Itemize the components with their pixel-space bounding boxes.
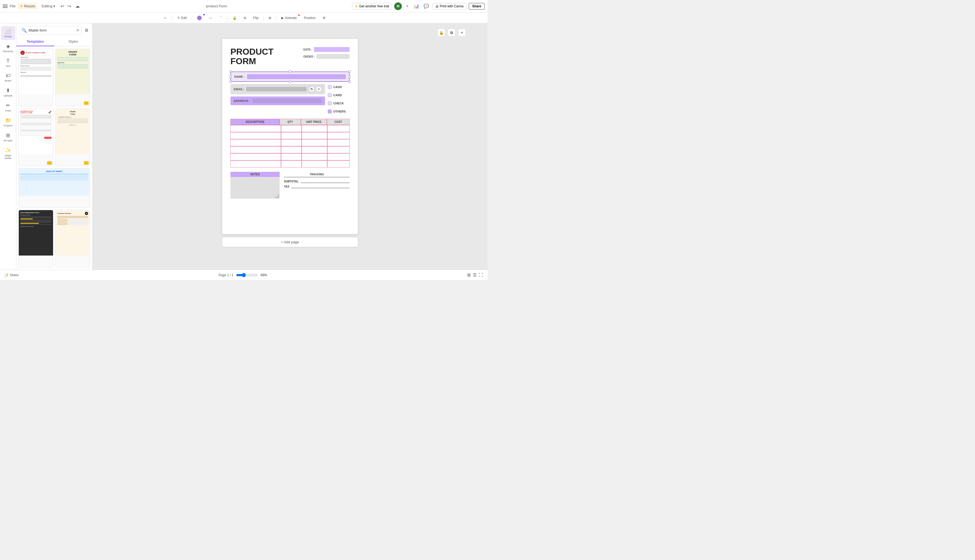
td-qty-6[interactable]	[281, 160, 302, 167]
td-price-5[interactable]	[302, 153, 327, 160]
comments-icon[interactable]: 💬	[422, 2, 430, 10]
td-price-3[interactable]	[302, 139, 327, 146]
fullscreen-button[interactable]: ⛶	[479, 273, 483, 278]
card-checkbox[interactable]	[328, 93, 332, 97]
add-canvas-icon[interactable]: ＋	[458, 29, 466, 37]
curve-button[interactable]: ⌒	[217, 15, 225, 21]
sidebar-item-draw[interactable]: ✏ Draw	[1, 100, 15, 114]
template-order-form2[interactable]: OrderFORM — AMOUNT DETAILS — JOHN & CO. …	[55, 108, 90, 166]
date-fill[interactable]	[314, 47, 350, 52]
zoom-slider[interactable]	[236, 273, 258, 277]
notes-button[interactable]: 📝 Notes	[4, 273, 18, 277]
list-view-button[interactable]: ☰	[473, 272, 477, 278]
sidebar-item-text[interactable]: T Text	[1, 56, 15, 70]
td-desc-6[interactable]	[230, 160, 281, 167]
undo-button[interactable]: ↩	[60, 2, 65, 10]
dash-button[interactable]: ―	[207, 15, 214, 21]
email-field[interactable]: EMAIL: ↻ +	[230, 84, 325, 94]
payment-cash[interactable]: CASH	[328, 85, 350, 89]
notes-body[interactable]	[230, 177, 280, 199]
template-consent-form[interactable]: L CLIENT CONSENT FORM Check Name Client …	[18, 49, 53, 106]
name-field[interactable]: NAME :	[230, 72, 350, 82]
sidebar-item-elements[interactable]: ◈ Elements	[1, 41, 15, 55]
filter-button[interactable]: ⚙	[321, 15, 328, 21]
payment-card[interactable]: CARD	[328, 93, 350, 97]
handle-tm[interactable]	[289, 70, 291, 73]
file-menu[interactable]: File	[10, 4, 15, 8]
td-price-2[interactable]	[302, 132, 327, 139]
handle-tr[interactable]	[349, 70, 351, 73]
cloud-save-button[interactable]: ☁	[74, 2, 81, 10]
tab-styles[interactable]: Styles	[54, 37, 92, 46]
payment-others[interactable]: OTHERS	[328, 110, 350, 113]
avatar[interactable]: M	[394, 2, 402, 10]
resize-button[interactable]: ✦ Resize	[18, 3, 37, 9]
add-icon[interactable]: +	[316, 86, 322, 92]
analytics-icon[interactable]: 📊	[413, 2, 420, 10]
td-qty-1[interactable]	[281, 125, 302, 132]
sidebar-item-projects[interactable]: 📁 Projects	[1, 115, 15, 129]
handle-tl[interactable]	[229, 70, 232, 73]
grid-view-button[interactable]: ⊞	[467, 272, 471, 278]
sidebar-item-uploads[interactable]: ⬆ Uploads	[1, 85, 15, 99]
table-row[interactable]	[230, 153, 350, 160]
template-event-form[interactable]: Event Registration Form Registration for…	[18, 210, 53, 267]
tab-templates[interactable]: Templates	[16, 37, 54, 46]
sidebar-item-magic[interactable]: ✨ Magic Media	[1, 145, 15, 162]
lock-canvas-icon[interactable]: 🔒	[437, 29, 445, 37]
trial-button[interactable]: ★ Get another free trial	[352, 3, 392, 10]
td-price-4[interactable]	[302, 146, 327, 153]
td-cost-5[interactable]	[327, 153, 350, 160]
search-input[interactable]	[28, 28, 74, 32]
filter-options-button[interactable]: ⚙	[83, 27, 90, 34]
td-desc-4[interactable]	[230, 146, 281, 153]
sidebar-item-design[interactable]: ⬜ Design	[1, 26, 15, 40]
handle-mr[interactable]	[349, 75, 351, 78]
editing-button[interactable]: Editing ▾	[40, 3, 58, 9]
td-desc-1[interactable]	[230, 125, 281, 132]
tax-value-line[interactable]	[291, 188, 350, 188]
td-cost-2[interactable]	[327, 132, 350, 139]
table-row[interactable]	[230, 160, 350, 167]
td-qty-2[interactable]	[281, 132, 302, 139]
order-fill[interactable]	[316, 54, 350, 59]
td-cost-3[interactable]	[327, 139, 350, 146]
template-customer-review[interactable]: Customer Review ★	[55, 210, 90, 267]
td-price-6[interactable]	[302, 160, 327, 167]
handle-ml[interactable]	[229, 75, 232, 78]
animate-button[interactable]: ▶ Animate	[279, 15, 299, 21]
td-qty-4[interactable]	[281, 146, 302, 153]
search-box[interactable]: 🔍 ✕	[19, 26, 82, 35]
sidebar-item-apps[interactable]: ⊞ 88 Apps	[1, 130, 15, 144]
table-row[interactable]	[230, 132, 350, 139]
td-cost-1[interactable]	[327, 125, 350, 132]
clear-icon[interactable]: ✕	[76, 28, 79, 33]
edit-button[interactable]: ✎ Edit	[175, 15, 189, 21]
td-desc-2[interactable]	[230, 132, 281, 139]
td-cost-4[interactable]	[327, 146, 350, 153]
color-picker[interactable]	[195, 15, 204, 21]
subtotal-value-line[interactable]	[301, 183, 350, 183]
td-price-1[interactable]	[302, 125, 327, 132]
handle-bm[interactable]	[289, 81, 291, 83]
cash-checkbox[interactable]	[328, 85, 332, 89]
document-title[interactable]: product Form	[206, 4, 227, 8]
template-survey-form[interactable]: BUSINESS IDEASURVEY FORM 🚀 Get Sale �	[18, 108, 53, 166]
table-row[interactable]	[230, 139, 350, 146]
sidebar-item-brand[interactable]: 🏷 Brand	[1, 71, 15, 84]
payment-check[interactable]: CHECK	[328, 102, 350, 105]
td-cost-6[interactable]	[327, 160, 350, 167]
template-order-form[interactable]: ORDERFORM SUBTOTAL	[55, 49, 90, 106]
refresh-icon[interactable]: ↻	[309, 86, 315, 92]
print-button[interactable]: 🖨 Print with Canva	[432, 3, 466, 10]
copy-canvas-icon[interactable]: ⧉	[448, 29, 456, 37]
td-desc-5[interactable]	[230, 153, 281, 160]
td-qty-3[interactable]	[281, 139, 302, 146]
address-field[interactable]: ADDRESS :	[230, 97, 325, 105]
share-button[interactable]: Share	[469, 3, 485, 10]
others-checkbox[interactable]	[328, 110, 332, 113]
redo-button[interactable]: ↪	[67, 2, 72, 10]
position-button[interactable]: Position	[302, 15, 318, 21]
canvas-area[interactable]: 🔒 ⧉ ＋ PRODUCT FORM DATE : ORDER :	[92, 23, 488, 270]
menu-icon[interactable]	[3, 5, 8, 8]
